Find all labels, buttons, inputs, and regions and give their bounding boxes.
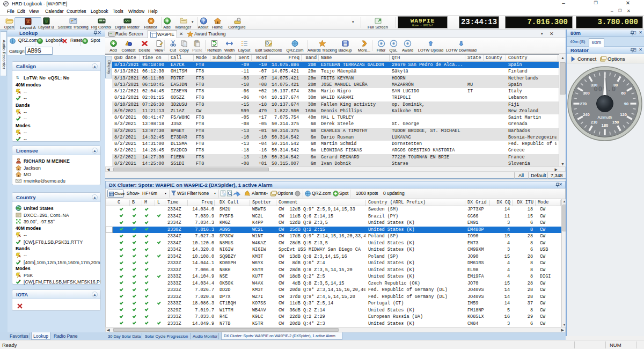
svg-text:⇅: ⇅ [16, 76, 19, 79]
svg-text:150: 150 [612, 120, 619, 125]
svg-text:210: 210 [591, 120, 598, 125]
svg-text:60: 60 [621, 91, 625, 96]
svg-text:?: ? [202, 18, 205, 24]
svg-text:Azimuth: Azimuth [597, 115, 612, 120]
svg-text:300: 300 [583, 91, 590, 96]
svg-text:180: 180 [602, 123, 609, 128]
svg-text:270: 270 [580, 101, 587, 106]
svg-text:A: A [27, 20, 30, 24]
svg-text:90: 90 [624, 101, 628, 106]
svg-text:120: 120 [620, 112, 627, 117]
svg-text:240: 240 [583, 112, 590, 117]
